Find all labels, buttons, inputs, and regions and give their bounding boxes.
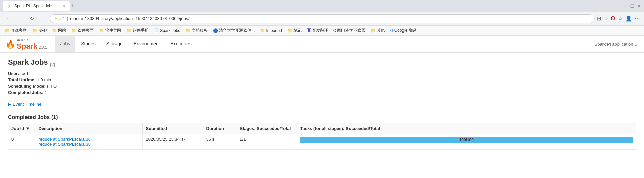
event-timeline-label: Event Timeline bbox=[13, 102, 41, 107]
cell-tasks: 100/100 bbox=[297, 134, 636, 150]
bookmark-icon: 百 bbox=[307, 28, 311, 33]
scheduling-info-row: Scheduling Mode: FIFO bbox=[8, 84, 636, 89]
back-button[interactable]: ← bbox=[4, 14, 13, 24]
bookmark-icon: C bbox=[333, 28, 336, 33]
browser-tab[interactable]: ⚡ Spark Pi - Spark Jobs × bbox=[3, 1, 70, 11]
pinned-tabs-icon[interactable]: ☆ bbox=[618, 15, 623, 22]
close-window-icon[interactable]: ✕ bbox=[637, 3, 641, 9]
user-info-row: User: root bbox=[8, 71, 636, 76]
security-indicator: 不安全 bbox=[54, 16, 65, 21]
bookmark-label: 收藏夹栏 bbox=[11, 28, 27, 33]
bookmark-label: Google 翻译 bbox=[394, 28, 417, 33]
bookmark-software-official[interactable]: 📁 软件官网 bbox=[97, 27, 123, 34]
bookmark-imported[interactable]: 📁 Imported bbox=[258, 28, 284, 34]
tab-title: Spark Pi - Spark Jobs bbox=[14, 4, 60, 8]
bookmark-other[interactable]: 📁 其他 bbox=[369, 27, 387, 34]
bookmark-doc-service[interactable]: 📁 文档服务 bbox=[183, 27, 210, 34]
submitted-value: 2020/05/25 23:34:47 bbox=[146, 137, 186, 142]
address-bar[interactable]: 不安全 | bbox=[50, 14, 595, 23]
completed-jobs-info-row: Completed Jobs: 1 bbox=[8, 90, 636, 95]
completed-jobs-section-title: Completed Jobs (1) bbox=[8, 114, 636, 120]
bookmark-label: Spark Jobs bbox=[160, 28, 180, 33]
spark-logo: 🔥 APACHE Spark 2.3.1 bbox=[5, 38, 47, 51]
bookmark-icon: 🔵 bbox=[213, 28, 218, 33]
browser-chrome: ⚡ Spark Pi - Spark Jobs × + ─ ❐ ✕ ← → ↻ … bbox=[0, 0, 644, 36]
reload-button[interactable]: ↻ bbox=[27, 14, 36, 24]
user-label: User: bbox=[8, 71, 19, 76]
scheduling-label: Scheduling Mode: bbox=[8, 84, 46, 89]
col-header-job-id[interactable]: Job Id ▼ bbox=[8, 123, 35, 134]
address-separator: | bbox=[67, 16, 68, 21]
extensions-icon[interactable]: ⊞ bbox=[597, 15, 601, 22]
cell-job-id: 0 bbox=[8, 134, 35, 150]
favorites-icon[interactable]: ☆ bbox=[604, 15, 608, 22]
bookmark-ximen[interactable]: C 西门催学不吹雪 bbox=[331, 27, 368, 34]
col-header-tasks: Tasks (for all stages): Succeeded/Total bbox=[297, 123, 636, 134]
bookmark-label: 网站 bbox=[58, 28, 66, 33]
spark-flame-icon: 🔥 bbox=[5, 40, 15, 49]
bookmark-label: 软件官网 bbox=[105, 28, 121, 33]
spark-version: 2.3.1 bbox=[39, 45, 47, 49]
bookmark-software-manual[interactable]: 📁 软件手册 bbox=[124, 27, 151, 34]
spark-logo-text: Spark bbox=[17, 42, 37, 51]
bookmark-google-translate[interactable]: G Google 翻译 bbox=[388, 27, 418, 34]
col-header-stages: Stages: Succeeded/Total bbox=[236, 123, 297, 134]
nav-environment[interactable]: Environment bbox=[128, 36, 165, 52]
nav-executors[interactable]: Executors bbox=[165, 36, 197, 52]
bookmark-baidu-translate[interactable]: 百 百度翻译 bbox=[305, 27, 330, 34]
page-title-row: Spark Jobs (?) bbox=[8, 58, 636, 71]
job-id-value: 0 bbox=[11, 137, 14, 142]
event-timeline-link[interactable]: ▶ Event Timeline bbox=[8, 102, 41, 107]
bookmark-folder-icon: 📁 bbox=[71, 28, 76, 33]
user-value: root bbox=[20, 71, 28, 76]
minimize-icon[interactable]: ─ bbox=[624, 3, 628, 9]
url-input[interactable] bbox=[70, 16, 590, 21]
bookmark-notes[interactable]: 📁 笔记 bbox=[285, 27, 304, 34]
bookmarks-bar: 📁 收藏夹栏 📁 NEU 📁 网站 📁 软件页面 📁 软件官网 📁 软件手册 📄… bbox=[0, 26, 644, 36]
bookmark-collections[interactable]: 📁 收藏夹栏 bbox=[3, 27, 29, 34]
forward-button[interactable]: → bbox=[15, 14, 25, 24]
cell-stages: 1/1 bbox=[236, 134, 297, 150]
bookmark-folder-icon: 📁 bbox=[287, 28, 292, 33]
nav-jobs[interactable]: Jobs bbox=[55, 36, 76, 52]
opera-icon[interactable]: O bbox=[611, 16, 615, 22]
bookmark-folder-icon: 📁 bbox=[371, 28, 376, 33]
bookmark-label: 软件页面 bbox=[77, 28, 94, 33]
jobs-table-header: Job Id ▼ Description Submitted Duration … bbox=[8, 123, 636, 134]
profile-icon[interactable]: 👤 bbox=[625, 15, 632, 22]
bookmark-battery-report[interactable]: 📄 Spark Jobs bbox=[152, 28, 182, 34]
bookmark-folder-icon: 📁 bbox=[5, 28, 10, 33]
table-row: 0 reduce at SparkPi.scala:38 reduce at S… bbox=[8, 134, 636, 150]
spark-navigation: Jobs Stages Storage Environment Executor… bbox=[55, 36, 197, 52]
completed-jobs-value[interactable]: 1 bbox=[45, 90, 47, 95]
restore-icon[interactable]: ❐ bbox=[630, 3, 635, 9]
uptime-label: Total Uptime: bbox=[8, 77, 36, 82]
chevron-right-icon: ▶ bbox=[8, 102, 11, 107]
cell-duration: 36 s bbox=[203, 134, 236, 150]
home-button[interactable]: ⌂ bbox=[38, 14, 48, 24]
help-icon[interactable]: (?) bbox=[50, 62, 55, 67]
duration-value: 36 s bbox=[206, 137, 215, 142]
tab-close-button[interactable]: × bbox=[63, 3, 66, 9]
cell-description: reduce at SparkPi.scala:38 reduce at Spa… bbox=[35, 134, 142, 150]
event-timeline-row: ▶ Event Timeline bbox=[8, 98, 636, 110]
nav-storage[interactable]: Storage bbox=[101, 36, 128, 52]
bookmark-label: 笔记 bbox=[293, 28, 302, 33]
bookmark-folder-icon: 📁 bbox=[52, 28, 57, 33]
spark-header: 🔥 APACHE Spark 2.3.1 Jobs Stages Storage… bbox=[0, 36, 644, 53]
jobs-table: Job Id ▼ Description Submitted Duration … bbox=[8, 123, 636, 150]
col-header-submitted: Submitted bbox=[142, 123, 203, 134]
bookmark-folder-icon: 📁 bbox=[126, 28, 131, 33]
completed-jobs-label: Completed Jobs: bbox=[8, 90, 43, 95]
bookmark-tsinghua[interactable]: 🔵 清华大学开源软件... bbox=[211, 27, 257, 34]
bookmark-label: 百度翻译 bbox=[312, 28, 328, 33]
nav-stages[interactable]: Stages bbox=[75, 36, 101, 52]
description-link-1[interactable]: reduce at SparkPi.scala:38 bbox=[39, 137, 139, 142]
bookmark-label: 软件手册 bbox=[132, 28, 149, 33]
bookmark-neu[interactable]: 📁 NEU bbox=[30, 28, 49, 34]
bookmark-software-page[interactable]: 📁 软件页面 bbox=[69, 27, 96, 34]
description-link-2[interactable]: reduce at SparkPi.scala:38 bbox=[39, 142, 139, 147]
new-tab-button[interactable]: + bbox=[71, 3, 75, 10]
bookmark-website[interactable]: 📁 网站 bbox=[50, 27, 68, 34]
menu-icon[interactable]: ⋯ bbox=[635, 15, 640, 22]
